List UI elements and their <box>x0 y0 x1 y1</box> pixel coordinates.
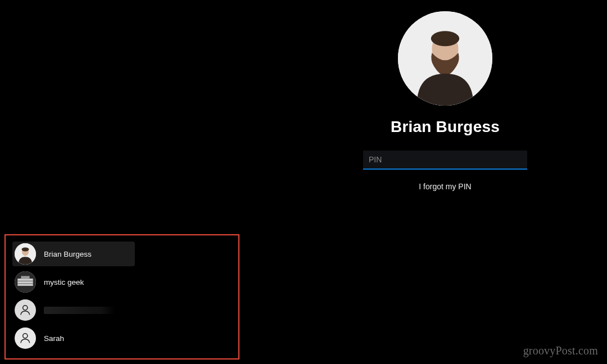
account-name-label: Brian Burgess <box>44 250 92 258</box>
avatar <box>15 299 36 321</box>
svg-rect-8 <box>17 281 33 281</box>
user-photo-icon <box>15 243 36 265</box>
user-photo-icon <box>398 11 492 106</box>
account-item-redacted[interactable] <box>12 298 135 322</box>
person-icon <box>19 331 32 345</box>
username-display: Brian Burgess <box>391 118 500 136</box>
account-item-sarah[interactable]: Sarah <box>12 326 135 351</box>
svg-rect-7 <box>17 279 33 286</box>
forgot-pin-link[interactable]: I forgot my PIN <box>419 182 471 191</box>
avatar <box>15 243 36 265</box>
account-name-label: mystic geek <box>44 278 84 286</box>
account-name-label: Sarah <box>44 334 64 343</box>
svg-rect-9 <box>17 283 33 284</box>
account-item-brian[interactable]: Brian Burgess <box>12 242 135 266</box>
avatar <box>398 11 492 106</box>
svg-point-2 <box>431 31 459 46</box>
watermark-text: groovyPost.com <box>523 344 598 357</box>
avatar <box>15 327 36 349</box>
person-icon <box>19 303 32 317</box>
account-item-mystic-geek[interactable]: mystic geek <box>12 270 135 294</box>
user-photo-icon <box>15 271 36 293</box>
svg-point-11 <box>23 306 28 310</box>
svg-rect-10 <box>21 276 29 279</box>
account-switcher: Brian Burgess mystic geek <box>4 234 239 360</box>
pin-input[interactable] <box>363 151 527 170</box>
svg-point-12 <box>23 334 28 338</box>
account-name-label <box>44 307 116 314</box>
avatar <box>15 271 36 293</box>
svg-point-5 <box>22 248 29 252</box>
